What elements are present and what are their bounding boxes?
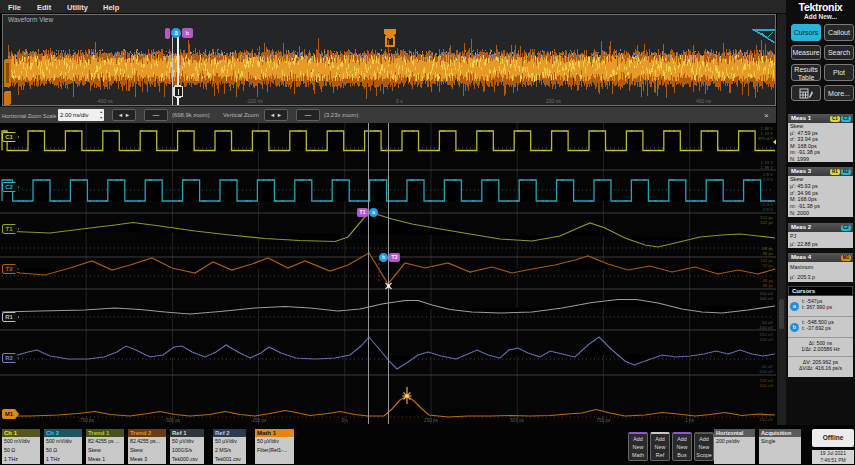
- svg-text:-100 uV: -100 uV: [758, 417, 773, 422]
- svg-text:-100 uV: -100 uV: [758, 369, 773, 374]
- svg-text:-100 uV: -100 uV: [758, 325, 773, 330]
- svg-text:0 s: 0 s: [342, 418, 349, 423]
- svg-text:100 uV: 100 uV: [759, 337, 773, 342]
- svg-text:-400 ns: -400 ns: [96, 98, 113, 104]
- svg-text:-2.8 V: -2.8 V: [762, 207, 774, 212]
- svg-text:102 ps: 102 ps: [760, 220, 773, 225]
- svg-text:100 uV: 100 uV: [759, 296, 773, 301]
- svg-text:52 ps: 52 ps: [762, 263, 773, 268]
- svg-text:-750 ps: -750 ps: [79, 418, 95, 423]
- svg-text:-1.38 V: -1.38 V: [759, 165, 773, 170]
- svg-text:0 s: 0 s: [396, 98, 403, 104]
- svg-text:-200 ns: -200 ns: [246, 98, 263, 104]
- svg-text:-500 ps: -500 ps: [165, 418, 181, 423]
- svg-text:750 ps: 750 ps: [597, 418, 611, 423]
- svg-text:2.3 V: 2.3 V: [763, 177, 773, 182]
- svg-text:-250 ps: -250 ps: [251, 418, 267, 423]
- svg-text:875 mV: 875 mV: [758, 136, 773, 141]
- svg-text:-98 ps: -98 ps: [761, 283, 773, 288]
- svg-text:100 uV: 100 uV: [759, 383, 773, 388]
- svg-text:-98 ps: -98 ps: [761, 251, 773, 256]
- svg-text:400 ns: 400 ns: [696, 98, 712, 104]
- svg-text:500 ps: 500 ps: [510, 418, 524, 423]
- svg-text:1 ns: 1 ns: [685, 418, 694, 423]
- svg-text:250 ps: 250 ps: [424, 418, 438, 423]
- svg-text:200 ns: 200 ns: [546, 98, 562, 104]
